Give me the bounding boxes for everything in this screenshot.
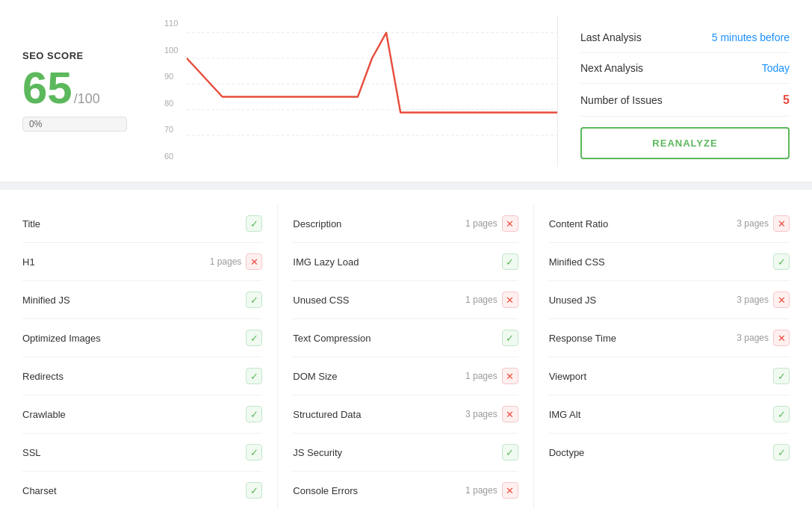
last-analysis-label: Last Analysis xyxy=(580,31,642,43)
check-row: H11 pages✕ xyxy=(22,243,262,281)
checks-col-3: Content Ratio3 pages✕Minified CSS✓Unused… xyxy=(534,205,790,509)
score-panel: SEO SCORE 65 /100 0% xyxy=(22,15,127,167)
check-name: Optimized Images xyxy=(22,333,101,344)
check-err-icon: ✕ xyxy=(502,215,518,232)
check-row: Unused JS3 pages✕ xyxy=(549,281,790,319)
check-ok-icon: ✓ xyxy=(246,482,262,499)
last-analysis-row: Last Analysis 5 minutes before xyxy=(580,22,790,53)
check-right: 1 pages✕ xyxy=(465,368,518,384)
check-name: Minified CSS xyxy=(549,256,605,268)
seo-score-value: 65 xyxy=(22,66,72,111)
seo-score-max: /100 xyxy=(74,91,100,107)
check-row: Crawlable✓ xyxy=(22,395,262,434)
check-right: ✓ xyxy=(246,406,262,422)
check-row: Structured Data3 pages✕ xyxy=(293,395,518,434)
num-issues-row: Number of Issues 5 xyxy=(580,84,790,117)
check-ok-icon: ✓ xyxy=(773,406,790,422)
pages-badge: 3 pages xyxy=(465,409,498,419)
separator xyxy=(0,182,812,190)
check-right: ✓ xyxy=(773,368,790,384)
check-row: Charset✓ xyxy=(22,472,262,509)
y-label-90: 90 xyxy=(164,72,178,81)
check-ok-icon: ✓ xyxy=(246,368,262,384)
y-label-100: 100 xyxy=(164,46,178,55)
pages-badge: 1 pages xyxy=(465,295,498,305)
check-row: Description1 pages✕ xyxy=(293,205,518,243)
check-ok-icon: ✓ xyxy=(773,444,790,460)
check-ok-icon: ✓ xyxy=(502,253,518,270)
check-row: SSL✓ xyxy=(22,434,262,472)
y-label-80: 80 xyxy=(164,99,178,108)
check-right: ✓ xyxy=(502,330,518,346)
check-name: IMG Alt xyxy=(549,409,581,420)
check-row: Console Errors1 pages✕ xyxy=(293,472,518,509)
check-name: Content Ratio xyxy=(549,218,609,229)
pages-badge: 1 pages xyxy=(465,218,498,229)
last-analysis-value: 5 minutes before xyxy=(712,31,790,43)
pages-badge: 3 pages xyxy=(737,333,769,343)
check-right: 3 pages✕ xyxy=(737,292,790,308)
pages-badge: 1 pages xyxy=(465,485,498,496)
check-right: 1 pages✕ xyxy=(465,292,518,308)
check-name: Redirects xyxy=(22,371,63,382)
check-name: Minified JS xyxy=(22,295,70,306)
check-name: Description xyxy=(293,218,341,229)
info-panel: Last Analysis 5 minutes before Next Anal… xyxy=(580,15,790,167)
check-row: Response Time3 pages✕ xyxy=(549,319,790,357)
check-ok-icon: ✓ xyxy=(502,330,518,346)
check-ok-icon: ✓ xyxy=(773,253,790,270)
y-axis: 110 100 90 80 70 60 xyxy=(164,15,178,164)
check-row: IMG Alt✓ xyxy=(549,395,790,434)
y-label-70: 70 xyxy=(164,125,178,134)
check-ok-icon: ✓ xyxy=(246,292,262,308)
check-err-icon: ✕ xyxy=(502,406,518,422)
check-right: ✓ xyxy=(502,444,518,460)
seo-score-label: SEO SCORE xyxy=(22,50,127,61)
check-row: Minified CSS✓ xyxy=(549,243,790,281)
check-row: DOM Size1 pages✕ xyxy=(293,357,518,395)
check-right: 3 pages✕ xyxy=(737,215,790,232)
check-name: Console Errors xyxy=(293,485,358,496)
check-row: Text Compression✓ xyxy=(293,319,518,357)
check-right: ✓ xyxy=(246,292,262,308)
num-issues-label: Number of Issues xyxy=(580,94,663,106)
seo-chart xyxy=(187,15,557,164)
check-ok-icon: ✓ xyxy=(246,330,262,346)
check-name: H1 xyxy=(22,256,35,268)
next-analysis-label: Next Analysis xyxy=(580,62,643,74)
check-name: Viewport xyxy=(549,371,586,382)
check-right: ✓ xyxy=(246,368,262,384)
check-right: ✓ xyxy=(246,444,262,460)
check-name: Text Compression xyxy=(293,333,371,344)
check-err-icon: ✕ xyxy=(502,368,518,384)
check-row: Unused CSS1 pages✕ xyxy=(293,281,518,319)
pages-badge: 3 pages xyxy=(737,295,769,305)
check-row: Minified JS✓ xyxy=(22,281,262,319)
check-name: SSL xyxy=(22,447,41,458)
check-name: Response Time xyxy=(549,333,616,344)
next-analysis-row: Next Analysis Today xyxy=(580,53,790,84)
check-err-icon: ✕ xyxy=(773,292,790,308)
check-right: ✓ xyxy=(773,444,790,460)
check-err-icon: ✕ xyxy=(246,253,262,270)
check-err-icon: ✕ xyxy=(773,330,790,346)
check-ok-icon: ✓ xyxy=(246,406,262,422)
reanalyze-button[interactable]: REANALYZE xyxy=(580,127,790,159)
check-name: IMG Lazy Load xyxy=(293,256,359,268)
vertical-divider xyxy=(557,15,558,167)
check-name: Doctype xyxy=(549,447,585,458)
check-name: Crawlable xyxy=(22,409,66,420)
check-right: ✓ xyxy=(246,215,262,232)
pages-badge: 3 pages xyxy=(737,218,769,229)
check-row: Content Ratio3 pages✕ xyxy=(549,205,790,243)
num-issues-value: 5 xyxy=(783,93,790,107)
y-label-110: 110 xyxy=(164,19,178,28)
check-ok-icon: ✓ xyxy=(502,444,518,460)
check-right: ✓ xyxy=(773,253,790,270)
checks-section: Title✓H11 pages✕Minified JS✓Optimized Im… xyxy=(0,190,812,530)
chart-panel: 110 100 90 80 70 60 xyxy=(142,15,535,167)
check-ok-icon: ✓ xyxy=(246,215,262,232)
check-name: DOM Size xyxy=(293,371,337,382)
seo-score-percent: 0% xyxy=(22,117,127,132)
check-right: ✓ xyxy=(246,330,262,346)
